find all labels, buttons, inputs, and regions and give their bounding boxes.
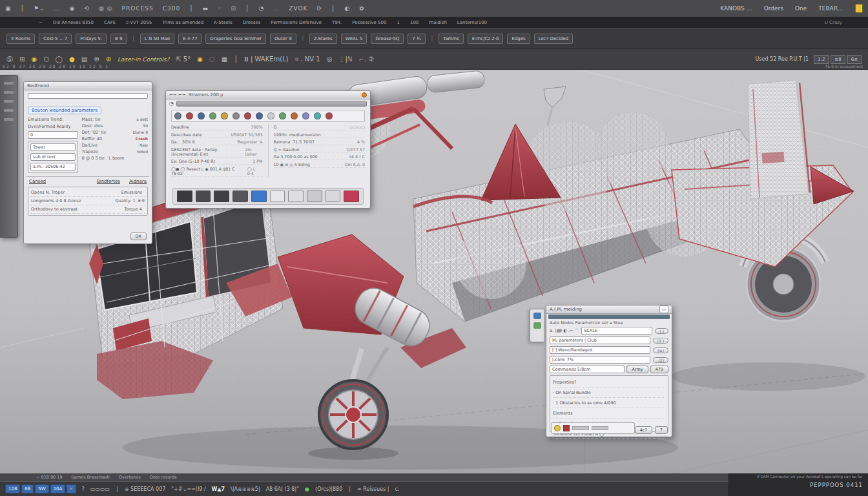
side-value[interactable]: a dett bbox=[136, 117, 148, 121]
thumbnail-button[interactable] bbox=[326, 191, 341, 202]
form-row[interactable]: Deadline300% bbox=[171, 125, 263, 130]
titlebar-icon[interactable]: PROCESS bbox=[122, 5, 154, 12]
thumbnail-button[interactable] bbox=[307, 191, 322, 202]
corner-badge-icon[interactable] bbox=[855, 4, 863, 13]
titlebar-menu-item[interactable]: Orders bbox=[764, 5, 783, 12]
titlebar-icon[interactable]: ✿ bbox=[359, 5, 365, 12]
option-list-item[interactable]: Properties? bbox=[553, 377, 665, 388]
scale-field[interactable]: SCALE bbox=[581, 327, 652, 335]
scale-button[interactable]: ( ) bbox=[655, 328, 668, 334]
toolbar-icon[interactable]: ⊜ bbox=[94, 56, 99, 63]
tool-icon[interactable] bbox=[209, 112, 216, 119]
tool-icon[interactable] bbox=[302, 112, 309, 119]
toolbar-icon[interactable]: ⇱ 5° bbox=[176, 56, 191, 63]
summary-row[interactable]: Opens N. TroperEmissions bbox=[31, 189, 145, 197]
toolbar-button[interactable]: Loc? Decided bbox=[534, 34, 574, 44]
form-row[interactable]: 10 ◉ ≡ ◎ A EdingOm K.A. 0 bbox=[274, 162, 366, 168]
command-field[interactable]: Commands 5/8cm bbox=[550, 366, 625, 373]
toolbar-icon[interactable]: Laser-in Controls? bbox=[118, 56, 169, 63]
property-row[interactable]: Mass: tie bbox=[82, 117, 125, 122]
form-row[interactable]: ◯● ◯ Resect L ◉ 001.A /J81 C 78·02◯ L 0·… bbox=[171, 167, 263, 177]
status-item[interactable]: A8 6A| (3 8|° bbox=[266, 486, 299, 492]
toolbar-button[interactable]: E 4·77 bbox=[178, 34, 202, 44]
install-dialog-titlebar[interactable]: A.I.M. melding ▭ bbox=[546, 305, 672, 314]
thumbnail-button[interactable] bbox=[270, 191, 285, 202]
property-row[interactable]: Oost: dies. bbox=[82, 123, 125, 129]
parameters-dialog-titlebar[interactable]: Bedfriend bbox=[24, 82, 152, 90]
toolbar-button[interactable]: │ bbox=[429, 36, 435, 41]
toolbar-icon[interactable]: ▤ bbox=[81, 56, 87, 63]
seg-button[interactable]: 479 bbox=[650, 366, 668, 373]
tool-icon[interactable] bbox=[232, 112, 240, 119]
coordinate-box[interactable]: 128 bbox=[5, 484, 20, 493]
titlebar-icon[interactable]: ▬ bbox=[203, 5, 209, 12]
group-input[interactable]: a.m.: 30506.42 bbox=[30, 163, 76, 170]
form-row[interactable]: Ga 3,700·0.00 as 00016.8 t C bbox=[274, 154, 366, 160]
tool-icon[interactable] bbox=[267, 112, 274, 119]
thumbnail-button[interactable] bbox=[251, 191, 267, 202]
toolbar-button[interactable]: B 9 bbox=[110, 34, 127, 44]
toolbar-icon[interactable]: ⊕ bbox=[106, 56, 111, 63]
tool-icon[interactable] bbox=[256, 112, 263, 119]
status-item[interactable]: c. bbox=[395, 486, 399, 492]
form-row[interactable]: 199fhr. mediumversion bbox=[274, 132, 366, 138]
toolbar-button[interactable]: Fridays 5. bbox=[76, 34, 107, 44]
toolbar-icon[interactable]: ◌ bbox=[209, 56, 215, 63]
titlebar-menu-item[interactable]: TEBAR… bbox=[818, 5, 843, 12]
toolbar-icon[interactable]: ⬡ bbox=[43, 56, 49, 63]
3d-viewport[interactable]: Bedfriend Bouton wounded parameters Emul… bbox=[0, 70, 868, 473]
side-value[interactable]: noted bbox=[137, 149, 148, 154]
tool-icon[interactable] bbox=[174, 112, 181, 119]
form-row[interactable]: Da... 30% 6'Regondar' A bbox=[171, 140, 263, 145]
toolbar-button[interactable]: Cost·5 ⌄ 7 bbox=[39, 34, 72, 44]
tool-icon[interactable] bbox=[186, 112, 193, 119]
option-row[interactable]: [ ] Wave/Bandaged (≡) bbox=[550, 346, 668, 354]
status-item[interactable]: ≡ Reissues | bbox=[357, 486, 389, 492]
option-row[interactable]: Mₐ parameters | Club (2·) bbox=[550, 336, 668, 344]
group-input[interactable]: sub.dr.text bbox=[30, 153, 76, 161]
titlebar-menu-item[interactable]: One bbox=[795, 5, 807, 12]
dialog-tabs[interactable]: ⌐¬ ⌐¬ bbox=[169, 92, 186, 98]
menu-item[interactable]: c·VVT 2055 bbox=[126, 20, 152, 25]
group-input[interactable]: Tower bbox=[30, 143, 76, 151]
side-value[interactable]: Dame 9 bbox=[132, 130, 148, 134]
dialog-side-tab[interactable] bbox=[530, 309, 545, 342]
menu-right-item[interactable]: U Crazy bbox=[825, 20, 842, 25]
option-row[interactable]: [.com: 7% ·(2) bbox=[550, 356, 668, 364]
toolbar-icon[interactable]: │ bbox=[234, 56, 238, 63]
menu-item[interactable]: 100 bbox=[410, 20, 418, 25]
option-list-item[interactable]: Elements bbox=[553, 408, 665, 418]
menu-item[interactable]: Possessive 500 bbox=[352, 20, 386, 25]
status-item[interactable]: ▭▭▭▭ bbox=[90, 486, 110, 492]
summary-row[interactable]: Longrooms 4·0 8-GeeseQuality: 16·9 bbox=[31, 197, 145, 205]
form-row[interactable]: Ex: One (5-10 P-40 R)1·PM bbox=[171, 159, 263, 165]
status-item[interactable]: │ bbox=[116, 486, 119, 492]
menu-item[interactable]: Lanterns/100 bbox=[457, 20, 487, 25]
titlebar-icon[interactable]: ⟳ bbox=[316, 5, 322, 12]
thumbnail-button[interactable] bbox=[196, 191, 211, 202]
toolbar-button[interactable]: Edges bbox=[507, 34, 530, 44]
status-item[interactable]: \|A≋≋≋≋5| bbox=[231, 486, 260, 492]
form-row[interactable]: G▭▭▭▭ bbox=[274, 125, 366, 130]
titlebar-menu-item[interactable]: KANOBS … bbox=[720, 5, 752, 12]
coordinate-box[interactable]: E8 bbox=[21, 484, 34, 493]
titlebar-icon[interactable]: C300 bbox=[163, 5, 180, 12]
menu-item[interactable]: maidish bbox=[429, 20, 447, 25]
titlebar-icon[interactable]: ⊡ bbox=[231, 5, 236, 12]
thumbnail-button[interactable] bbox=[177, 191, 192, 202]
toolbar-button[interactable]: Draperies Goa Simmer bbox=[205, 34, 266, 44]
titlebar-icon[interactable]: ◐ bbox=[344, 5, 350, 12]
tool-icon[interactable] bbox=[326, 112, 333, 119]
property-row[interactable]: Baffle: 40 bbox=[82, 136, 125, 141]
close-button[interactable]: 7 bbox=[655, 426, 668, 434]
tray-icon[interactable] bbox=[563, 425, 570, 431]
status-item[interactable]: (Orcs)|880 bbox=[315, 486, 342, 492]
coordinate-box[interactable]: 5W bbox=[35, 484, 48, 493]
form-row[interactable]: DESCENT data · Parlay (incremental) Emt2… bbox=[171, 147, 263, 158]
toolbar-icon[interactable]: ⌐. ② bbox=[359, 56, 375, 63]
menu-item[interactable]: Permissions Defensive bbox=[271, 20, 322, 25]
property-row[interactable]: Trapeze bbox=[82, 149, 125, 154]
seg-button[interactable]: Army bbox=[626, 366, 648, 373]
toolbar-icon[interactable]: ◉ bbox=[197, 56, 203, 63]
toolbar-icon[interactable]: ⋮|ℕ bbox=[338, 56, 352, 63]
